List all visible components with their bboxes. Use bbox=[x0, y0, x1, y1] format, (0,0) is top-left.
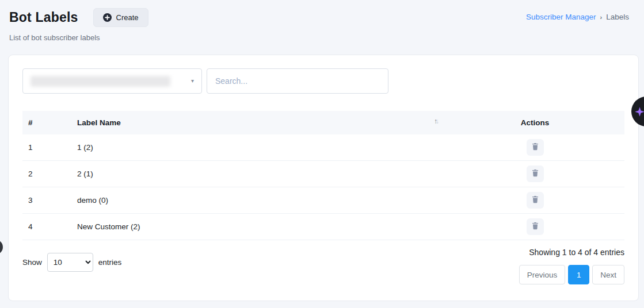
show-label: Show bbox=[22, 258, 42, 267]
delete-button[interactable] bbox=[527, 218, 544, 235]
row-label: demo (0) bbox=[71, 187, 445, 214]
create-button-label: Create bbox=[116, 13, 139, 22]
page-1-button[interactable]: 1 bbox=[568, 265, 589, 284]
bot-select[interactable]: ▾ bbox=[22, 68, 202, 94]
page-header-left: Bot Labels Create List of bot subscriber… bbox=[9, 8, 148, 42]
sort-icon[interactable]: ↑↓ bbox=[434, 117, 437, 125]
delete-button[interactable] bbox=[527, 139, 544, 156]
row-index: 3 bbox=[22, 187, 71, 214]
table-footer: Show 10 entries Showing 1 to 4 of 4 entr… bbox=[22, 248, 624, 284]
breadcrumb: Subscriber Manager › Labels bbox=[526, 13, 629, 21]
edge-widget-button[interactable] bbox=[0, 240, 3, 255]
filters-row: ▾ bbox=[22, 68, 624, 94]
redacted-selected-value bbox=[31, 76, 170, 87]
breadcrumb-separator-icon: › bbox=[600, 14, 603, 21]
delete-button[interactable] bbox=[527, 165, 544, 182]
labels-table: # Label Name ↑↓ Actions 1 1 (2) bbox=[22, 111, 624, 240]
trash-icon bbox=[531, 169, 539, 179]
entries-label: entries bbox=[98, 258, 122, 267]
breadcrumb-current: Labels bbox=[606, 13, 629, 21]
page-length-group: Show 10 entries bbox=[22, 253, 121, 272]
create-button[interactable]: Create bbox=[93, 8, 148, 27]
table-header-row: # Label Name ↑↓ Actions bbox=[22, 111, 624, 134]
page-title: Bot Labels bbox=[9, 10, 78, 25]
page-length-select[interactable]: 10 bbox=[47, 253, 93, 272]
labels-card: ▾ # Label Name ↑↓ Actions 1 1 (2) bbox=[8, 55, 639, 301]
table-row: 3 demo (0) bbox=[22, 187, 624, 214]
column-header-index: # bbox=[22, 111, 71, 134]
table-row: 1 1 (2) bbox=[22, 134, 624, 161]
trash-icon bbox=[531, 195, 539, 205]
column-header-label-name[interactable]: Label Name ↑↓ bbox=[71, 111, 445, 134]
footer-right: Showing 1 to 4 of 4 entries Previous 1 N… bbox=[519, 248, 624, 284]
trash-icon bbox=[531, 222, 539, 232]
page-subtitle: List of bot subscriber labels bbox=[9, 33, 148, 42]
caret-down-icon: ▾ bbox=[191, 78, 194, 84]
trash-icon bbox=[531, 143, 539, 152]
row-index: 4 bbox=[22, 214, 71, 240]
breadcrumb-parent-link[interactable]: Subscriber Manager bbox=[526, 13, 596, 21]
plus-circle-icon bbox=[103, 13, 112, 22]
row-label: 2 (1) bbox=[71, 161, 445, 187]
search-input[interactable] bbox=[207, 68, 388, 94]
delete-button[interactable] bbox=[527, 192, 544, 209]
results-summary: Showing 1 to 4 of 4 entries bbox=[529, 248, 624, 257]
column-header-label-text: Label Name bbox=[77, 118, 121, 127]
row-label: New Customer (2) bbox=[71, 214, 445, 240]
pagination: Previous 1 Next bbox=[519, 265, 624, 284]
table-row: 2 2 (1) bbox=[22, 161, 624, 187]
sort-desc-icon: ↓ bbox=[436, 117, 437, 125]
next-page-button[interactable]: Next bbox=[592, 265, 624, 284]
previous-page-button[interactable]: Previous bbox=[519, 265, 566, 284]
row-label: 1 (2) bbox=[71, 134, 445, 161]
column-header-actions: Actions bbox=[445, 111, 624, 134]
table-row: 4 New Customer (2) bbox=[22, 214, 624, 240]
row-index: 1 bbox=[22, 134, 71, 161]
page-header: Bot Labels Create List of bot subscriber… bbox=[0, 0, 644, 42]
row-index: 2 bbox=[22, 161, 71, 187]
